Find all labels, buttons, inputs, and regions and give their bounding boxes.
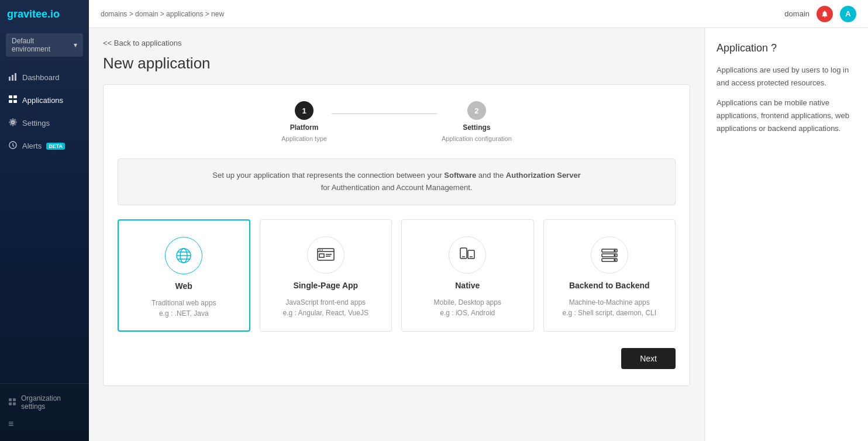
sidebar: gravitee.io Default environment ▾ Dashbo… [0,0,89,441]
stepper-sublabel-2: Application configuration [442,135,512,142]
svg-rect-11 [13,402,16,405]
org-settings-icon [8,398,16,408]
native-icon [449,236,486,274]
right-panel-para1: Applications are used by users to log in… [717,64,856,89]
stepper-label-2: Settings [463,123,490,132]
org-settings-button[interactable]: Organization settings [7,391,82,414]
sidebar-bottom: Organization settings ≡ [0,383,89,441]
sidebar-item-label: Alerts [22,142,42,150]
svg-rect-19 [319,254,324,257]
backend-icon [591,236,628,274]
stepper-line [332,113,437,114]
next-button[interactable]: Next [621,348,676,369]
app-type-native-desc: Mobile, Desktop apps e.g : iOS, Android [434,297,501,318]
environment-label: Default environment [12,37,74,53]
sidebar-item-alerts[interactable]: Alerts BETA [0,135,89,157]
content-area: << Back to applications New application … [89,28,868,441]
stepper-step-1: 1 Platform Application type [281,101,327,142]
svg-rect-0 [9,77,11,81]
right-panel: Application ? Applications are used by u… [704,28,868,441]
spa-icon [307,236,345,274]
domain-label: domain [784,9,810,18]
app-types-grid: Web Traditional web apps e.g : .NET, Jav… [118,219,676,332]
environment-selector[interactable]: Default environment ▾ [6,33,83,57]
stepper: 1 Platform Application type 2 Settings A… [118,101,676,142]
breadcrumb: domains > domain > applications > new [101,10,224,18]
app-type-web-name: Web [175,281,192,291]
svg-rect-3 [9,95,12,98]
main-wrapper: domains > domain > applications > new do… [89,0,868,441]
app-type-web[interactable]: Web Traditional web apps e.g : .NET, Jav… [118,219,250,332]
org-settings-label: Organization settings [21,394,81,411]
app-type-backend-desc: Machine-to-Machine apps e.g : Shell scri… [562,297,656,318]
svg-rect-10 [9,402,12,405]
back-to-applications-link[interactable]: << Back to applications [103,39,181,47]
svg-rect-1 [12,75,13,81]
svg-point-29 [614,250,615,251]
gear-icon [8,118,18,129]
avatar[interactable]: A [840,6,856,22]
app-type-native-name: Native [455,281,480,290]
app-type-native[interactable]: Native Mobile, Desktop apps e.g : iOS, A… [401,219,534,332]
svg-rect-4 [13,95,17,98]
bar-chart-icon [8,72,18,83]
beta-badge: BETA [46,143,65,150]
app-type-backend[interactable]: Backend to Backend Machine-to-Machine ap… [543,219,676,332]
new-application-card: 1 Platform Application type 2 Settings A… [103,84,690,386]
sidebar-item-label: Dashboard [22,73,60,82]
stepper-step-2: 2 Settings Application configuration [442,101,512,142]
svg-point-30 [614,254,615,256]
svg-rect-24 [468,250,474,259]
sidebar-item-applications[interactable]: Applications [0,89,89,112]
svg-rect-2 [15,73,16,81]
stepper-sublabel-1: Application type [281,135,327,142]
svg-rect-8 [9,398,12,401]
collapse-icon: ≡ [8,419,13,429]
main-content: << Back to applications New application … [89,28,704,441]
app-type-web-desc: Traditional web apps e.g : .NET, Java [151,298,216,319]
stepper-label-1: Platform [290,123,319,132]
sidebar-collapse-button[interactable]: ≡ [7,414,82,434]
sidebar-item-dashboard[interactable]: Dashboard [0,66,89,89]
app-type-spa-desc: JavaScript front-end apps e.g : Angular,… [283,297,368,318]
stepper-circle-1: 1 [295,101,314,120]
sidebar-item-settings[interactable]: Settings [0,112,89,135]
apps-icon [8,95,18,106]
logo: gravitee.io [0,0,89,29]
infobox-text: Set up your application that represents … [212,171,580,192]
right-panel-title: Application ? [717,42,856,54]
svg-rect-6 [13,100,17,103]
right-panel-para2: Applications can be mobile native applic… [717,97,856,135]
sidebar-item-label: Applications [22,96,63,105]
notification-icon[interactable] [817,6,833,22]
app-type-spa[interactable]: Single-Page App JavaScript front-end app… [260,219,392,332]
svg-rect-9 [13,398,16,401]
info-box: Set up your application that represents … [118,159,676,205]
web-icon [165,237,202,274]
chevron-down-icon: ▾ [74,41,77,49]
svg-point-31 [614,259,615,260]
app-type-backend-name: Backend to Backend [569,281,650,290]
app-type-spa-name: Single-Page App [293,281,358,290]
clock-icon [8,140,18,151]
sidebar-nav: Dashboard Applications Settings Alerts B… [0,61,89,383]
sidebar-item-label: Settings [22,119,50,128]
stepper-circle-2: 2 [467,101,486,120]
top-bar-right: domain A [784,6,856,22]
footer-actions: Next [118,348,676,369]
page-title: New application [103,54,690,73]
top-bar: domains > domain > applications > new do… [89,0,868,28]
svg-rect-5 [9,100,12,103]
